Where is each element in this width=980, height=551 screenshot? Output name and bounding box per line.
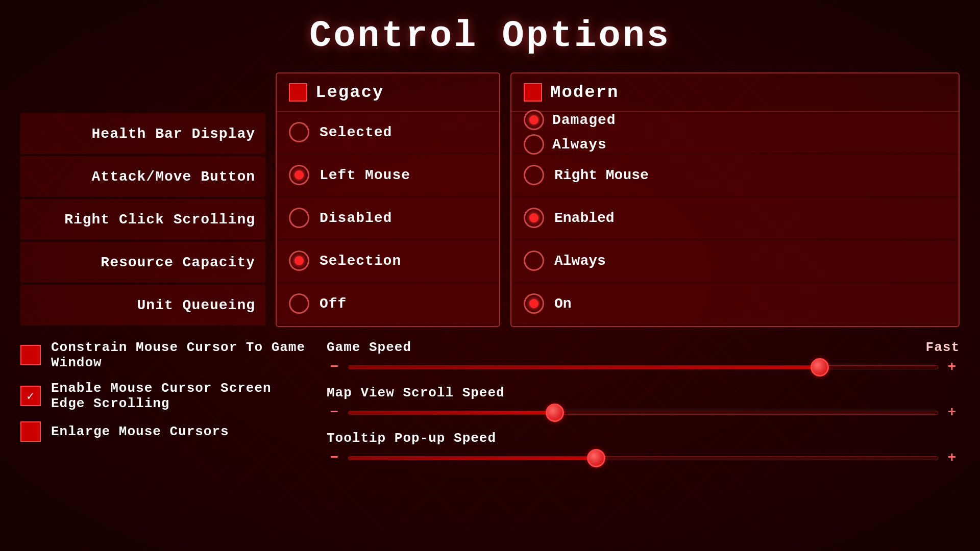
slider-controls-tooltip: − + bbox=[327, 450, 960, 466]
slider-track-map-scroll[interactable] bbox=[348, 411, 938, 415]
slider-label-tooltip: Tooltip Pop-up Speed bbox=[327, 431, 496, 446]
legacy-row-disabled: Disabled bbox=[277, 197, 499, 238]
slider-plus-game-speed[interactable]: + bbox=[944, 359, 960, 375]
slider-value-game-speed: Fast bbox=[926, 340, 960, 355]
legacy-panel: Legacy Selected Left Mouse Disabled bbox=[276, 72, 500, 327]
sliders-column: Game Speed Fast − + Map View Scroll Spee… bbox=[327, 340, 960, 466]
slider-track-game-speed[interactable] bbox=[348, 365, 938, 369]
legacy-icon bbox=[289, 83, 307, 102]
slider-label-map-scroll: Map View Scroll Speed bbox=[327, 385, 505, 400]
modern-radio-enabled[interactable] bbox=[524, 208, 544, 228]
page-title: Control Options bbox=[20, 15, 960, 57]
slider-label-row-map-scroll: Map View Scroll Speed bbox=[327, 385, 960, 400]
checkbox-screen-edge[interactable]: ✓ bbox=[20, 386, 41, 406]
main-layout: Health Bar Display Attack/Move Button Ri… bbox=[20, 72, 960, 328]
slider-thumb-tooltip[interactable] bbox=[587, 449, 605, 467]
legacy-row-selection: Selection bbox=[277, 240, 499, 281]
modern-radio-always-health[interactable] bbox=[524, 134, 544, 155]
slider-plus-map-scroll[interactable]: + bbox=[944, 405, 960, 420]
checkbox-constrain[interactable] bbox=[20, 345, 41, 365]
modern-panel: Modern Damaged Always Righ bbox=[510, 72, 960, 327]
slider-plus-tooltip[interactable]: + bbox=[944, 450, 960, 466]
modern-rows: Damaged Always Right Mouse Enabled bbox=[511, 112, 959, 324]
bottom-section: Constrain Mouse Cursor To Game Window ✓ … bbox=[20, 340, 960, 466]
label-health-bar: Health Bar Display bbox=[20, 113, 265, 154]
slider-thumb-map-scroll[interactable] bbox=[546, 404, 564, 422]
label-attack-move: Attack/Move Button bbox=[20, 156, 265, 197]
legacy-radio-selected[interactable] bbox=[289, 122, 309, 142]
legacy-radio-off[interactable] bbox=[289, 293, 309, 314]
slider-group-game-speed: Game Speed Fast − + bbox=[327, 340, 960, 375]
slider-label-row-game-speed: Game Speed Fast bbox=[327, 340, 960, 355]
checkbox-row-enlarge: Enlarge Mouse Cursors bbox=[20, 421, 306, 442]
slider-label-row-tooltip: Tooltip Pop-up Speed bbox=[327, 431, 960, 446]
slider-label-game-speed: Game Speed bbox=[327, 340, 411, 355]
checkbox-row-screen-edge: ✓ Enable Mouse Cursor Screen Edge Scroll… bbox=[20, 381, 306, 411]
modern-unit-queueing: On bbox=[511, 283, 959, 324]
slider-minus-map-scroll[interactable]: − bbox=[327, 405, 342, 420]
slider-minus-game-speed[interactable]: − bbox=[327, 359, 342, 375]
labels-column: Health Bar Display Attack/Move Button Ri… bbox=[20, 113, 265, 328]
slider-fill-map-scroll bbox=[349, 411, 555, 414]
legacy-radio-disabled[interactable] bbox=[289, 208, 309, 228]
slider-group-map-scroll: Map View Scroll Speed − + bbox=[327, 385, 960, 420]
checkbox-row-constrain: Constrain Mouse Cursor To Game Window bbox=[20, 340, 306, 370]
slider-track-tooltip[interactable] bbox=[348, 456, 938, 460]
slider-minus-tooltip[interactable]: − bbox=[327, 450, 342, 466]
modern-radio-right-mouse[interactable] bbox=[524, 165, 544, 185]
checkbox-enlarge[interactable] bbox=[20, 421, 41, 442]
label-unit-queueing: Unit Queueing bbox=[20, 285, 265, 325]
modern-icon bbox=[524, 83, 542, 102]
modern-option-damaged: Damaged bbox=[524, 110, 946, 130]
legacy-radio-left-mouse[interactable] bbox=[289, 165, 309, 185]
legacy-row-left-mouse: Left Mouse bbox=[277, 155, 499, 195]
modern-health-bar: Damaged Always bbox=[511, 112, 959, 153]
modern-attack-move: Right Mouse bbox=[511, 155, 959, 195]
modern-header: Modern bbox=[511, 73, 959, 112]
legacy-row-selected: Selected bbox=[277, 112, 499, 153]
modern-radio-on[interactable] bbox=[524, 293, 544, 314]
slider-fill-tooltip bbox=[349, 457, 596, 460]
label-right-click: Right Click Scrolling bbox=[20, 199, 265, 240]
modern-radio-damaged[interactable] bbox=[524, 110, 544, 130]
slider-thumb-game-speed[interactable] bbox=[811, 358, 829, 377]
legacy-header: Legacy bbox=[277, 73, 499, 112]
legacy-radio-selection[interactable] bbox=[289, 251, 309, 271]
modern-radio-always[interactable] bbox=[524, 251, 544, 271]
slider-controls-map-scroll: − + bbox=[327, 405, 960, 420]
modern-right-click: Enabled bbox=[511, 197, 959, 238]
slider-controls-game-speed: − + bbox=[327, 359, 960, 375]
legacy-rows: Selected Left Mouse Disabled Selection bbox=[277, 112, 499, 324]
legacy-row-off: Off bbox=[277, 283, 499, 324]
checkboxes-column: Constrain Mouse Cursor To Game Window ✓ … bbox=[20, 340, 306, 466]
modern-resource-capacity: Always bbox=[511, 240, 959, 281]
modern-option-always-health: Always bbox=[524, 134, 946, 155]
slider-fill-game-speed bbox=[349, 366, 820, 369]
label-resource-capacity: Resource Capacity bbox=[20, 242, 265, 283]
slider-group-tooltip: Tooltip Pop-up Speed − + bbox=[327, 431, 960, 466]
